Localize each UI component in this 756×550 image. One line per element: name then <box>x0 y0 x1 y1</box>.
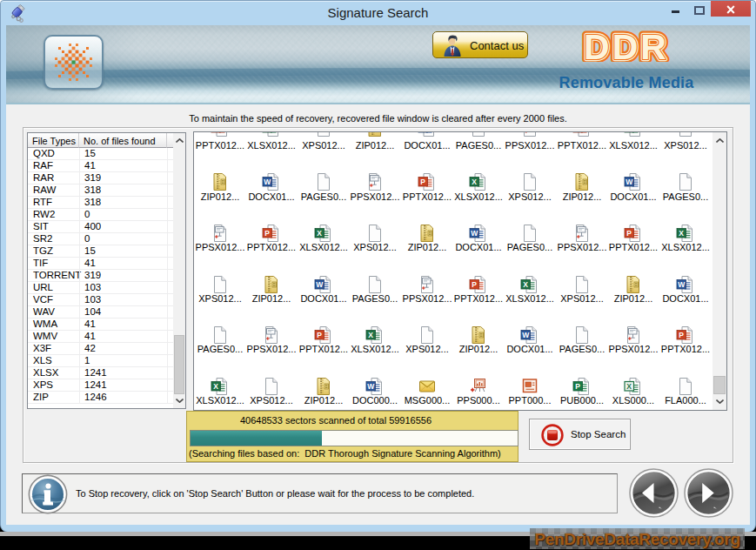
svg-text:DDR: DDR <box>584 29 669 62</box>
